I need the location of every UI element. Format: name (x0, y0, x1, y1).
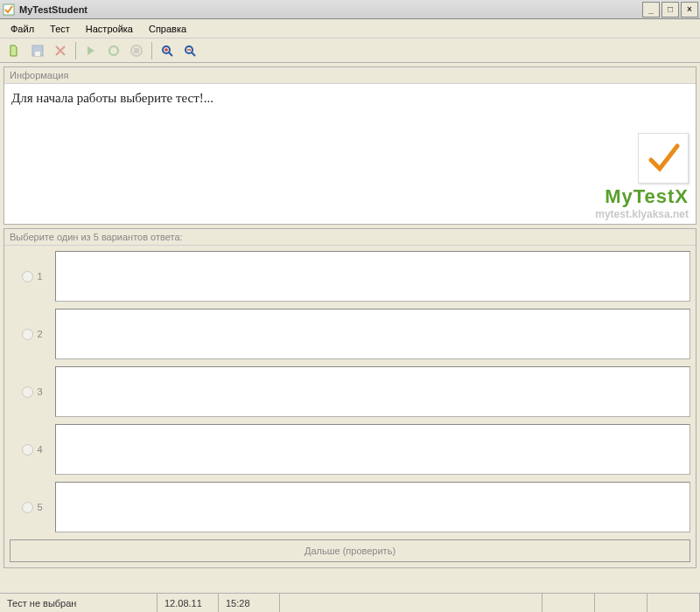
answer-label: 4 (37, 444, 42, 455)
answer-radio-2[interactable] (22, 329, 33, 340)
logo-url: mytest.klyaksa.net (595, 208, 689, 220)
answer-radio-3[interactable] (22, 386, 33, 398)
answers-body: 1 2 3 4 (4, 246, 696, 567)
answer-row: 2 (10, 309, 690, 359)
status-empty (280, 594, 542, 612)
answer-row: 5 (10, 482, 690, 532)
zoom-in-button[interactable] (158, 41, 177, 60)
answers-panel-header: Выберите один из 5 вариантов ответа: (4, 229, 696, 246)
maximize-button[interactable]: □ (662, 2, 679, 17)
minimize-button[interactable]: _ (642, 2, 660, 17)
status-empty (648, 594, 700, 612)
answer-label: 5 (37, 502, 42, 512)
toolbar (0, 38, 700, 63)
menu-test[interactable]: Тест (43, 21, 77, 37)
answer-label: 3 (37, 386, 42, 397)
answer-row: 1 (10, 251, 690, 302)
status-empty (542, 594, 595, 612)
titlebar: MyTestStudent _ □ × (0, 0, 700, 19)
answer-box-1[interactable] (55, 251, 690, 302)
info-panel-header: Информация (4, 67, 696, 84)
status-empty (595, 594, 648, 612)
logo-box: MyTestX mytest.klyaksa.net (595, 133, 689, 220)
info-message: Для начала работы выберите тест!... (11, 91, 689, 106)
zoom-out-button[interactable] (180, 41, 200, 60)
toolbar-separator (75, 42, 76, 59)
answer-label: 2 (37, 329, 42, 339)
menubar: Файл Тест Настройка Справка (0, 19, 700, 38)
status-date: 12.08.11 (158, 594, 219, 612)
answer-box-3[interactable] (55, 366, 690, 417)
svg-rect-2 (35, 52, 40, 56)
svg-line-11 (192, 52, 195, 56)
svg-line-7 (169, 52, 172, 56)
answer-row: 4 (10, 424, 690, 475)
answer-radio-4[interactable] (22, 444, 33, 456)
app-icon (2, 3, 16, 17)
answers-panel: Выберите один из 5 вариантов ответа: 1 2 (4, 228, 696, 568)
play-button (81, 41, 101, 60)
answer-box-2[interactable] (55, 309, 690, 359)
stop-button (127, 41, 146, 60)
window-controls: _ □ × (642, 2, 698, 17)
menu-settings[interactable]: Настройка (79, 21, 140, 37)
menu-file[interactable]: Файл (4, 21, 41, 37)
status-time: 15:28 (219, 594, 280, 612)
status-message: Тест не выбран (0, 594, 158, 612)
checkmark-icon (638, 133, 689, 184)
logo-title: MyTestX (595, 185, 689, 208)
cancel-button (51, 41, 70, 60)
answer-radio-5[interactable] (22, 502, 33, 513)
save-button (28, 41, 47, 60)
info-body: Для начала работы выберите тест!... MyTe… (4, 84, 696, 224)
answer-box-4[interactable] (55, 424, 690, 475)
answer-radio-1[interactable] (22, 271, 33, 282)
refresh-button (104, 41, 123, 60)
close-button[interactable]: × (681, 2, 698, 17)
toolbar-separator (151, 42, 152, 59)
statusbar: Тест не выбран 12.08.11 15:28 (0, 593, 700, 612)
menu-help[interactable]: Справка (142, 21, 193, 37)
next-button[interactable]: Дальше (проверить) (10, 539, 690, 562)
open-button[interactable] (5, 41, 24, 60)
window-title: MyTestStudent (19, 4, 642, 15)
info-panel: Информация Для начала работы выберите те… (4, 66, 696, 225)
answer-label: 1 (37, 271, 42, 282)
answer-row: 3 (10, 366, 690, 417)
svg-rect-5 (134, 48, 139, 53)
answer-box-5[interactable] (55, 482, 690, 532)
